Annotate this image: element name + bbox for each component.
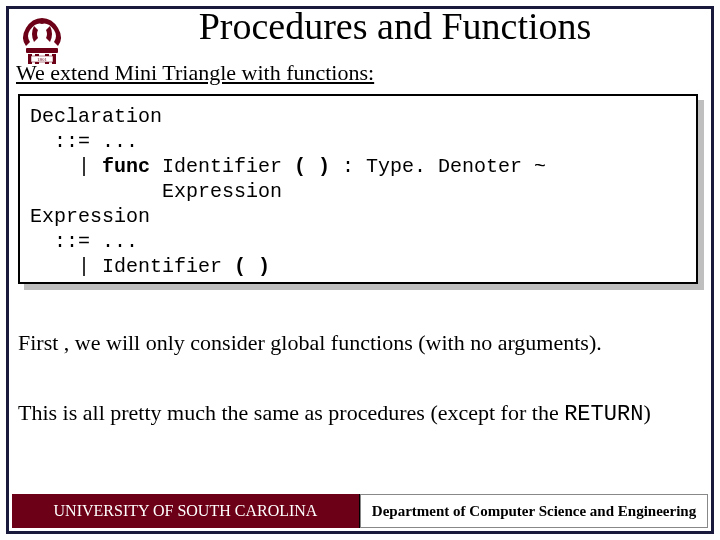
code-text: : (330, 155, 366, 178)
keyword-func: func (102, 155, 150, 178)
return-keyword: RETURN (564, 402, 643, 427)
intro-text: We extend Mini Triangle with functions: (16, 60, 374, 86)
code-text: Type. Denoter ~ (366, 155, 546, 178)
code-line: ::= ... (30, 130, 138, 153)
code-line: Expression (30, 205, 150, 228)
code-line: Declaration (30, 105, 162, 128)
footer-university: UNIVERSITY OF SOUTH CAROLINA (12, 494, 360, 528)
code-line: ::= ... (30, 230, 138, 253)
slide-title: Procedures and Functions (90, 4, 700, 48)
code-text: Identifier (150, 155, 294, 178)
para2-tail: ) (643, 400, 650, 425)
para2-text: This is all pretty much the same as proc… (18, 400, 564, 425)
grammar-codebox: Declaration ::= ... | func Identifier ( … (18, 94, 698, 284)
svg-rect-0 (26, 48, 58, 53)
footer-department: Department of Computer Science and Engin… (360, 494, 708, 528)
footer: UNIVERSITY OF SOUTH CAROLINA Department … (12, 494, 708, 528)
code-line: | Identifier (30, 255, 234, 278)
parens: ( ) (294, 155, 330, 178)
code-line: | (30, 155, 102, 178)
paragraph-2: This is all pretty much the same as proc… (18, 400, 702, 427)
parens: ( ) (234, 255, 270, 278)
code-line: Expression (30, 180, 282, 203)
paragraph-1: First , we will only consider global fun… (18, 330, 702, 356)
